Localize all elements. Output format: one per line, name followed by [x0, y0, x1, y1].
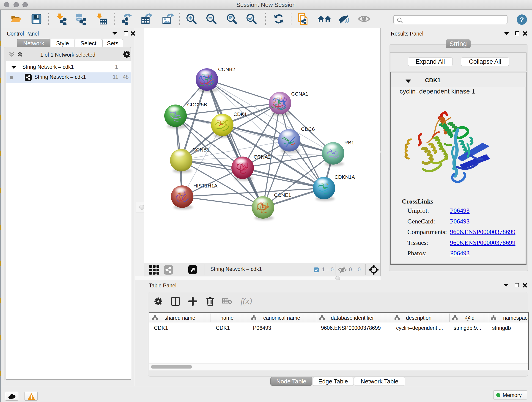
svg-text:HIST1H1A: HIST1H1A [193, 183, 217, 189]
svg-text:CDKN1A: CDKN1A [335, 174, 355, 180]
svg-text:RB1: RB1 [344, 140, 354, 146]
svg-text:CDC25B: CDC25B [187, 102, 207, 108]
svg-text:CDC6: CDC6 [301, 126, 315, 132]
svg-text:CCNB2: CCNB2 [218, 66, 235, 72]
svg-text:CCNE1: CCNE1 [274, 192, 291, 198]
svg-text:CCNA2: CCNA2 [254, 154, 271, 160]
svg-text:CCNA1: CCNA1 [291, 91, 308, 97]
svg-text:CDK1: CDK1 [234, 111, 247, 117]
svg-text:CCNB1: CCNB1 [192, 147, 210, 153]
